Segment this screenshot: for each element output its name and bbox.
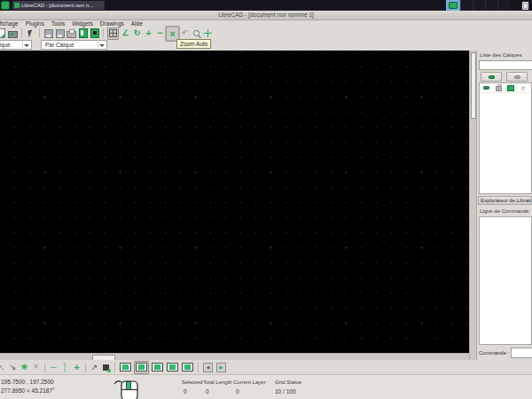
grid-status-value: 10 / 100 <box>275 388 296 395</box>
horizontal-scrollbar[interactable] <box>0 353 469 360</box>
selected-label: Selected <box>182 379 202 385</box>
print-icon[interactable] <box>66 28 76 39</box>
snap-grid-icon[interactable]: ✳ <box>20 362 29 372</box>
open-file-icon[interactable] <box>8 28 18 39</box>
workspace-cell[interactable] <box>460 0 473 11</box>
save-icon[interactable] <box>43 28 53 39</box>
menu-widgets[interactable]: Widgets <box>68 20 96 27</box>
screen: LibreCAD - [document non n... LibreCAD -… <box>0 0 532 399</box>
chevron-down-icon <box>99 44 105 47</box>
workspace-pager[interactable] <box>460 0 510 11</box>
show-all-layers-button[interactable] <box>481 72 502 82</box>
selection-cursor-icon[interactable] <box>26 28 35 39</box>
redraw-icon[interactable]: ↻ <box>132 28 142 39</box>
total-length-label: Total Length <box>203 379 232 385</box>
zoom-window-icon[interactable] <box>192 28 201 39</box>
layer-combo-value: Par Calque <box>0 42 11 48</box>
zoom-auto-tooltip: Zoom Auto <box>176 39 211 49</box>
viewport-3-icon[interactable] <box>151 362 164 373</box>
taskbar-app-button[interactable]: LibreCAD - [document non n... <box>12 1 105 10</box>
hide-all-layers-button[interactable] <box>506 72 528 82</box>
zoom-out-icon[interactable]: − <box>155 28 165 39</box>
dock-left-icon[interactable]: ◀ <box>203 363 213 372</box>
viewport-2-icon[interactable] <box>134 361 149 374</box>
statusbar: 195.7500 , 197.2500 277.8950 < 45.2187° … <box>0 374 532 399</box>
dock-right-icon[interactable]: ▶ <box>216 363 226 372</box>
total-length-value: 0 <box>206 388 209 395</box>
command-prompt-label: Commande : <box>479 350 509 356</box>
grid-status-label: Grid Status <box>275 379 301 385</box>
restrict-orthogonal-icon[interactable]: + <box>72 362 82 372</box>
set-relative-zero-icon[interactable]: ↗ <box>90 362 99 372</box>
zoom-previous-icon[interactable]: ↶ <box>180 28 190 39</box>
menu-plugins[interactable]: Plugins <box>22 20 48 27</box>
pen-color-combo[interactable]: Par Calque <box>41 40 107 50</box>
menu-aide[interactable]: Aide <box>128 20 146 27</box>
command-line-title: Ligne de Commande <box>480 208 529 214</box>
layer-construction-icon[interactable]: # <box>517 85 529 91</box>
viewport-5-icon[interactable] <box>181 362 194 373</box>
clipboard-tray-icon[interactable] <box>522 2 528 10</box>
snap-off-icon[interactable]: × <box>31 362 41 372</box>
librecad-mini-icon <box>14 3 20 8</box>
zoom-in-icon[interactable]: + <box>144 28 153 39</box>
vertical-scrollbar[interactable] <box>469 51 476 360</box>
eye-off-icon <box>514 75 520 79</box>
current-layer-label: Current Layer <box>233 379 266 385</box>
command-history[interactable] <box>479 216 532 345</box>
menu-tools[interactable]: Tools <box>48 20 68 27</box>
os-taskbar: LibreCAD - [document non n... <box>0 0 532 11</box>
chevron-down-icon <box>24 44 29 47</box>
workspace-cell[interactable] <box>473 0 485 11</box>
layer-list: # <box>479 82 532 194</box>
workspace-cell[interactable] <box>497 0 510 11</box>
layer-visible-icon[interactable] <box>480 86 492 90</box>
drawing-canvas[interactable] <box>0 51 469 353</box>
right-dock-panel: Liste des Calques # Explorateur de Libra… <box>476 51 532 360</box>
layer-lock-icon[interactable] <box>492 84 505 91</box>
current-layer-value: 0 <box>236 388 239 395</box>
coordinate-display: 195.7500 , 197.2500 277.8950 < 45.2187° <box>1 378 55 395</box>
eye-icon <box>489 75 495 79</box>
command-prompt-row: Commande : <box>479 348 532 358</box>
menubar: ffichage Plugins Tools Widgets Drawings … <box>0 20 532 27</box>
snap-free-icon[interactable]: ↖ <box>0 362 6 372</box>
workspace-cell[interactable] <box>485 0 497 11</box>
taskbar-app-label: LibreCAD - [document non n... <box>21 3 93 8</box>
export-image-icon[interactable] <box>90 28 99 39</box>
main-toolbar: ∠ ↻ + − × ↶ <box>0 27 532 39</box>
viewport-1-icon[interactable] <box>119 362 132 373</box>
zoom-pan-icon[interactable] <box>203 28 213 39</box>
tray-librecad-icon[interactable] <box>446 0 460 11</box>
layer-print-icon[interactable] <box>505 85 517 91</box>
viewport-4-icon[interactable] <box>166 362 179 373</box>
pen-toolbar: Par Calque Par Calque <box>0 39 532 51</box>
snap-entity-icon[interactable]: ↘ <box>8 362 18 372</box>
absolute-coordinates: 195.7500 , 197.2500 <box>1 378 55 387</box>
window-title: LibreCAD - [document non nommé 1] <box>218 12 314 18</box>
snap-toolbar: ↖ ↘ ✳ × ─ │ + ↗ ◀ ▶ <box>0 360 532 374</box>
print-preview-icon[interactable] <box>78 28 88 39</box>
command-input[interactable] <box>511 348 532 358</box>
layer-filter-input[interactable] <box>479 60 532 70</box>
grid-toggle-icon[interactable] <box>107 27 119 40</box>
library-explorer-tab[interactable]: Explorateur de Librairies <box>478 196 532 205</box>
lock-relative-zero-icon[interactable] <box>101 362 111 372</box>
librecad-logo-icon[interactable] <box>1 1 10 10</box>
selected-value: 0 <box>184 388 187 395</box>
restrict-horizontal-icon[interactable]: ─ <box>49 362 59 372</box>
layer-combo[interactable]: Par Calque <box>0 40 32 50</box>
save-as-icon[interactable] <box>55 28 65 39</box>
mouse-hint-icon <box>113 379 141 399</box>
polar-coordinates: 277.8950 < 45.2187° <box>1 387 55 395</box>
restrict-vertical-icon[interactable]: │ <box>60 362 70 372</box>
menu-drawings[interactable]: Drawings <box>97 20 128 27</box>
menu-affichage[interactable]: ffichage <box>0 20 22 27</box>
layer-list-title: Liste des Calques <box>480 52 522 58</box>
pen-combo-value: Par Calque <box>45 42 74 48</box>
layer-row[interactable]: # <box>480 83 531 93</box>
draft-mode-icon[interactable]: ∠ <box>121 28 130 39</box>
new-document-icon[interactable] <box>0 28 6 39</box>
